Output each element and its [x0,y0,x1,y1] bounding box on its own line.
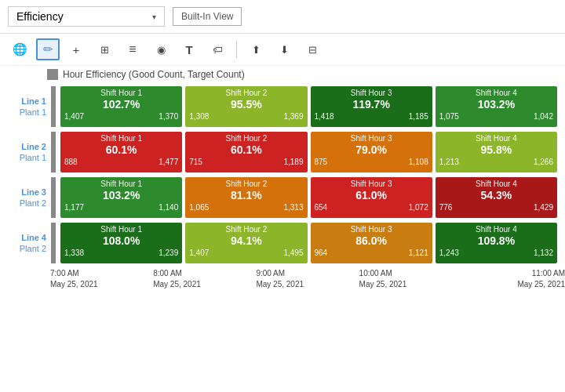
cell-good-count: 1,177 [64,203,84,212]
cells-container: Shift Hour 1 108.0% 1,338 1,239 Shift Ho… [60,223,557,263]
cell-title: Shift Hour 3 [315,134,428,143]
upload-icon[interactable]: ⬆ [244,38,268,60]
cell-title: Shift Hour 1 [64,225,178,234]
date-label: May 25, 2021 [50,279,153,290]
toolbar-separator [236,41,237,58]
cell-good-count: 1,075 [439,112,459,121]
cell-counts: 1,308 1,369 [189,112,303,121]
cell-counts: 654 1,072 [315,203,428,212]
row-bar [51,132,56,172]
cell-target-count: 1,266 [534,158,553,166]
efficiency-cell: Shift Hour 3 119.7% 1,418 1,185 [311,86,432,127]
cell-title: Shift Hour 2 [189,134,303,143]
grid-icon[interactable]: ⊟ [301,38,324,60]
cells-container: Shift Hour 1 103.2% 1,177 1,140 Shift Ho… [60,177,557,218]
cell-target-count: 1,072 [409,203,428,212]
cell-counts: 1,243 1,132 [439,249,553,257]
row-plant-label: Plant 1 [8,107,46,118]
cell-good-count: 1,418 [315,112,334,121]
data-row: Line 3Plant 2 Shift Hour 1 103.2% 1,177 … [8,177,557,218]
row-plant-label: Plant 2 [8,198,46,209]
cell-target-count: 1,495 [283,249,303,257]
time-label: 11:00 AM [462,268,565,279]
time-axis: 7:00 AMMay 25, 20218:00 AMMay 25, 20219:… [0,268,565,290]
cell-title: Shift Hour 1 [64,89,178,97]
cell-counts: 715 1,189 [189,158,303,166]
add-icon[interactable]: + [64,38,88,60]
cell-target-count: 1,313 [283,203,303,212]
cell-percentage: 108.0% [64,234,178,247]
efficiency-cell: Shift Hour 2 60.1% 715 1,189 [185,132,307,172]
cell-good-count: 1,065 [189,203,209,212]
cell-target-count: 1,369 [283,112,303,121]
cell-counts: 1,407 1,495 [189,249,303,257]
efficiency-cell: Shift Hour 1 60.1% 888 1,477 [60,132,182,172]
table-edit-icon[interactable]: ⊞ [93,38,116,60]
cell-good-count: 654 [315,203,328,212]
cell-target-count: 1,429 [534,203,553,212]
cell-counts: 776 1,429 [439,203,553,212]
built-in-view-button[interactable]: Built-In View [173,7,242,26]
row-label: Line 3Plant 2 [8,187,51,209]
efficiency-cell: Shift Hour 1 102.7% 1,407 1,370 [60,86,182,127]
efficiency-cell: Shift Hour 1 108.0% 1,338 1,239 [60,223,182,263]
palette-icon[interactable]: ◉ [149,38,173,60]
view-selector[interactable]: Efficiency ▾ [8,6,165,27]
efficiency-cell: Shift Hour 4 95.8% 1,213 1,266 [436,132,557,172]
cell-percentage: 102.7% [64,98,178,111]
cell-target-count: 1,189 [283,158,303,166]
efficiency-cell: Shift Hour 2 95.5% 1,308 1,369 [185,86,307,127]
cell-counts: 875 1,108 [315,158,428,166]
efficiency-cell: Shift Hour 3 61.0% 654 1,072 [311,177,432,218]
row-plant-label: Plant 2 [8,243,46,254]
cell-title: Shift Hour 4 [439,89,553,97]
cell-title: Shift Hour 2 [189,225,303,234]
time-label: 9:00 AM [256,268,359,279]
row-label: Line 4Plant 2 [8,232,51,255]
toolbar: 🌐 ✏ + ⊞ ≡ ◉ T 🏷 ⬆ ⬇ ⊟ [0,34,565,66]
date-label: May 25, 2021 [359,279,462,290]
cell-title: Shift Hour 3 [315,225,428,234]
cell-target-count: 1,370 [159,112,178,121]
cell-title: Shift Hour 1 [64,180,178,188]
cell-target-count: 1,121 [409,249,428,257]
cell-good-count: 1,407 [189,249,209,257]
date-label: May 25, 2021 [153,279,256,290]
row-line-label: Line 4 [8,232,46,243]
cell-percentage: 81.1% [189,189,303,201]
cell-good-count: 964 [315,249,328,257]
time-tick: 11:00 AMMay 25, 2021 [462,268,565,290]
row-line-label: Line 3 [8,187,46,198]
tag-icon[interactable]: 🏷 [206,38,229,60]
legend-icon [47,69,58,80]
cell-counts: 1,065 1,313 [189,203,303,212]
cell-title: Shift Hour 3 [315,180,428,188]
cell-percentage: 109.8% [439,234,553,247]
edit-icon[interactable]: ✏ [36,38,60,60]
cell-target-count: 1,132 [534,249,553,257]
time-label: 8:00 AM [153,268,256,279]
cell-good-count: 715 [189,158,202,166]
cell-good-count: 1,243 [439,249,459,257]
row-plant-label: Plant 1 [8,152,46,163]
cell-counts: 1,407 1,370 [64,112,178,121]
cell-percentage: 95.8% [439,143,553,156]
text-icon[interactable]: T [177,38,201,60]
download-icon[interactable]: ⬇ [272,38,296,60]
time-tick: 7:00 AMMay 25, 2021 [50,268,153,290]
legend-row: Hour Efficiency (Good Count, Target Coun… [0,66,565,83]
row-bar [51,86,56,127]
cell-percentage: 119.7% [315,98,428,111]
cell-percentage: 79.0% [315,143,428,156]
efficiency-cell: Shift Hour 4 109.8% 1,243 1,132 [436,223,557,263]
cell-title: Shift Hour 2 [189,180,303,188]
cell-target-count: 1,140 [159,203,178,212]
row-label: Line 2Plant 1 [8,141,51,164]
menu-icon[interactable]: ≡ [121,38,144,60]
globe-icon[interactable]: 🌐 [8,38,31,60]
time-tick: 10:00 AMMay 25, 2021 [359,268,462,290]
cell-percentage: 86.0% [315,234,428,247]
cell-title: Shift Hour 4 [439,225,553,234]
data-row: Line 1Plant 1 Shift Hour 1 102.7% 1,407 … [8,86,557,127]
date-label: May 25, 2021 [256,279,359,290]
